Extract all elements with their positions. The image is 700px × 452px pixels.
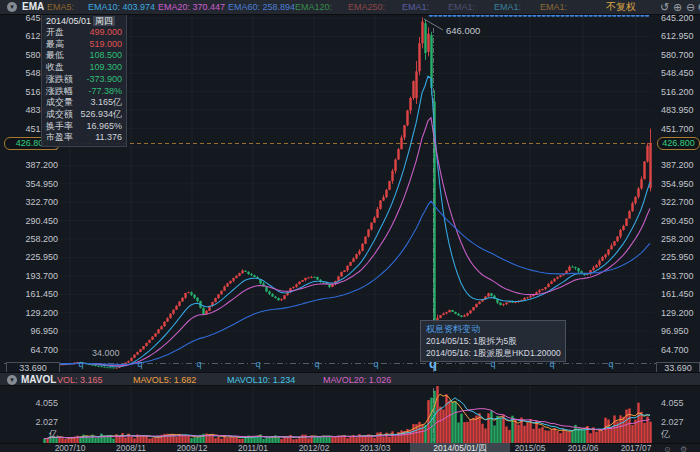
candle-body[interactable] xyxy=(478,302,480,304)
candles-layer[interactable] xyxy=(43,18,651,369)
candle-body[interactable] xyxy=(298,282,300,285)
candle-body[interactable] xyxy=(406,111,408,126)
candle-body[interactable] xyxy=(607,249,609,254)
volume-bar[interactable] xyxy=(457,422,459,443)
candle-body[interactable] xyxy=(427,34,429,52)
volume-bar[interactable] xyxy=(421,424,423,443)
candle-body[interactable] xyxy=(514,302,516,303)
vol-indicator-mavol20[interactable]: MAVOL20: 1.026 xyxy=(323,374,391,386)
volume-bar[interactable] xyxy=(526,423,528,443)
candle-body[interactable] xyxy=(409,98,411,111)
zoom-in-icon[interactable]: ⊕ xyxy=(673,0,682,14)
candle-body[interactable] xyxy=(190,292,192,295)
candle-body[interactable] xyxy=(142,346,144,349)
candle-body[interactable] xyxy=(415,71,417,98)
volume-bar[interactable] xyxy=(229,436,231,443)
candle-body[interactable] xyxy=(499,303,501,305)
volume-bar[interactable] xyxy=(184,436,186,443)
candle-body[interactable] xyxy=(388,181,390,190)
vol-indicator-mavol10[interactable]: MAVOL10: 1.234 xyxy=(227,374,295,386)
candle-body[interactable] xyxy=(550,281,552,284)
candle-body[interactable] xyxy=(400,138,402,150)
vol-indicator-vol[interactable]: VOL: 3.165 xyxy=(57,374,103,386)
candle-body[interactable] xyxy=(397,149,399,159)
volume-bar[interactable] xyxy=(463,422,465,443)
candle-body[interactable] xyxy=(88,364,90,365)
candle-body[interactable] xyxy=(472,307,474,310)
candle-body[interactable] xyxy=(559,275,561,277)
volume-bar[interactable] xyxy=(481,424,483,443)
candle-body[interactable] xyxy=(538,290,540,292)
candle-body[interactable] xyxy=(628,211,630,218)
volume-bar[interactable] xyxy=(487,413,489,443)
volume-bar[interactable] xyxy=(565,431,567,443)
volume-bar[interactable] xyxy=(484,428,486,443)
indicator-ema1[interactable]: EMA1: xyxy=(448,1,475,13)
candle-body[interactable] xyxy=(244,271,246,272)
candle-body[interactable] xyxy=(541,289,543,290)
candle-body[interactable] xyxy=(505,303,507,305)
candle-body[interactable] xyxy=(370,223,372,230)
candle-body[interactable] xyxy=(649,143,651,188)
volume-bar[interactable] xyxy=(361,436,363,443)
indicator-ema5[interactable]: EMA5: xyxy=(47,1,74,13)
candle-body[interactable] xyxy=(376,209,378,218)
candle-body[interactable] xyxy=(235,276,237,278)
candle-body[interactable] xyxy=(280,299,282,300)
candle-body[interactable] xyxy=(304,278,306,280)
candle-body[interactable] xyxy=(172,310,174,314)
volume-bar[interactable] xyxy=(628,408,630,443)
indicator-ema120[interactable]: EMA120: xyxy=(295,1,332,13)
volume-bar[interactable] xyxy=(622,417,624,443)
undo-icon[interactable]: ↺ xyxy=(660,0,669,14)
volume-bar[interactable] xyxy=(607,419,609,443)
candle-body[interactable] xyxy=(466,313,468,315)
volume-bar[interactable] xyxy=(637,403,639,443)
event-q-marker[interactable]: q xyxy=(608,359,613,369)
indicator-ema20[interactable]: EMA20: 370.447 xyxy=(158,1,225,13)
volume-bar[interactable] xyxy=(202,434,204,443)
volume-bar[interactable] xyxy=(139,435,141,443)
candle-body[interactable] xyxy=(553,279,555,282)
candle-body[interactable] xyxy=(274,297,276,298)
volume-bar[interactable] xyxy=(313,436,315,443)
volume-bar[interactable] xyxy=(553,428,555,443)
candle-body[interactable] xyxy=(103,367,105,368)
candle-body[interactable] xyxy=(637,189,639,197)
candle-body[interactable] xyxy=(418,43,420,71)
adjust-mode-button[interactable]: 不复权 xyxy=(606,1,636,13)
volume-bar[interactable] xyxy=(469,420,471,443)
candle-body[interactable] xyxy=(412,81,414,98)
candle-body[interactable] xyxy=(601,257,603,261)
volume-bar[interactable] xyxy=(466,422,468,443)
volume-bar[interactable] xyxy=(523,426,525,443)
candle-body[interactable] xyxy=(151,337,153,340)
volume-bar[interactable] xyxy=(643,423,645,443)
volume-bar[interactable] xyxy=(448,401,450,443)
candle-body[interactable] xyxy=(352,258,354,261)
candle-body[interactable] xyxy=(547,284,549,287)
candle-body[interactable] xyxy=(157,329,159,333)
volume-bar[interactable] xyxy=(451,402,453,443)
candle-body[interactable] xyxy=(316,277,318,280)
event-q-marker[interactable]: q xyxy=(373,359,378,369)
candle-body[interactable] xyxy=(556,277,558,279)
volume-bar[interactable] xyxy=(631,425,633,443)
candle-body[interactable] xyxy=(379,201,381,209)
volume-bar[interactable] xyxy=(445,394,447,443)
candle-body[interactable] xyxy=(136,352,138,355)
event-q-marker[interactable]: q xyxy=(78,359,83,369)
volume-bar[interactable] xyxy=(439,407,441,443)
candle-body[interactable] xyxy=(160,326,162,329)
candle-body[interactable] xyxy=(571,267,573,268)
volume-bar[interactable] xyxy=(145,436,147,443)
volume-bar[interactable] xyxy=(472,418,474,443)
volume-bar[interactable] xyxy=(571,430,573,443)
candle-body[interactable] xyxy=(487,293,489,296)
candle-body[interactable] xyxy=(460,316,462,317)
candle-body[interactable] xyxy=(490,293,492,295)
candle-body[interactable] xyxy=(340,272,342,276)
volume-bar[interactable] xyxy=(496,416,498,443)
volume-bar[interactable] xyxy=(577,429,579,443)
candle-body[interactable] xyxy=(181,298,183,302)
